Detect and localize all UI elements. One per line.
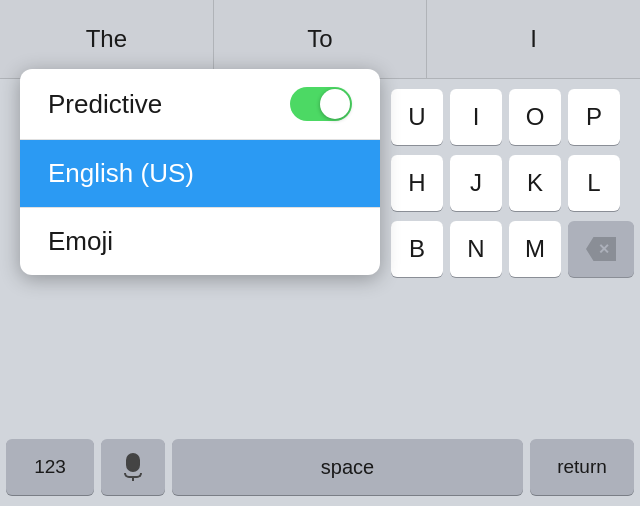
key-n[interactable]: N (450, 221, 502, 277)
toggle-knob (320, 89, 350, 119)
keyboard-row-3: B N M ✕ (391, 221, 634, 277)
suggestion-the[interactable]: The (0, 0, 214, 78)
delete-icon: ✕ (586, 237, 616, 261)
key-h[interactable]: H (391, 155, 443, 211)
english-us-label: English (US) (48, 158, 194, 189)
key-i[interactable]: I (450, 89, 502, 145)
key-numbers[interactable]: 123 (6, 439, 94, 495)
menu-item-english-us[interactable]: English (US) (20, 140, 380, 208)
predictive-label: Predictive (48, 89, 162, 120)
keyboard-row-1: U I O P (391, 89, 634, 145)
menu-item-emoji[interactable]: Emoji (20, 208, 380, 275)
key-o[interactable]: O (509, 89, 561, 145)
microphone-icon (124, 453, 142, 481)
key-l[interactable]: L (568, 155, 620, 211)
key-p[interactable]: P (568, 89, 620, 145)
keyboard-bottom-row: 123 space return (0, 436, 640, 498)
key-m[interactable]: M (509, 221, 561, 277)
suggestion-to[interactable]: To (214, 0, 428, 78)
key-return[interactable]: return (530, 439, 634, 495)
key-b[interactable]: B (391, 221, 443, 277)
menu-item-predictive[interactable]: Predictive (20, 69, 380, 140)
keyboard-area: Predictive English (US) Emoji U I O P H … (0, 79, 640, 506)
keyboard-row-2: H J K L (391, 155, 634, 211)
key-u[interactable]: U (391, 89, 443, 145)
key-delete[interactable]: ✕ (568, 221, 634, 277)
key-microphone[interactable] (101, 439, 165, 495)
key-space[interactable]: space (172, 439, 523, 495)
suggestions-bar: The To I (0, 0, 640, 79)
key-j[interactable]: J (450, 155, 502, 211)
emoji-label: Emoji (48, 226, 113, 257)
keyboard-language-menu: Predictive English (US) Emoji (20, 69, 380, 275)
suggestion-i[interactable]: I (427, 0, 640, 78)
predictive-toggle[interactable] (290, 87, 352, 121)
key-k[interactable]: K (509, 155, 561, 211)
